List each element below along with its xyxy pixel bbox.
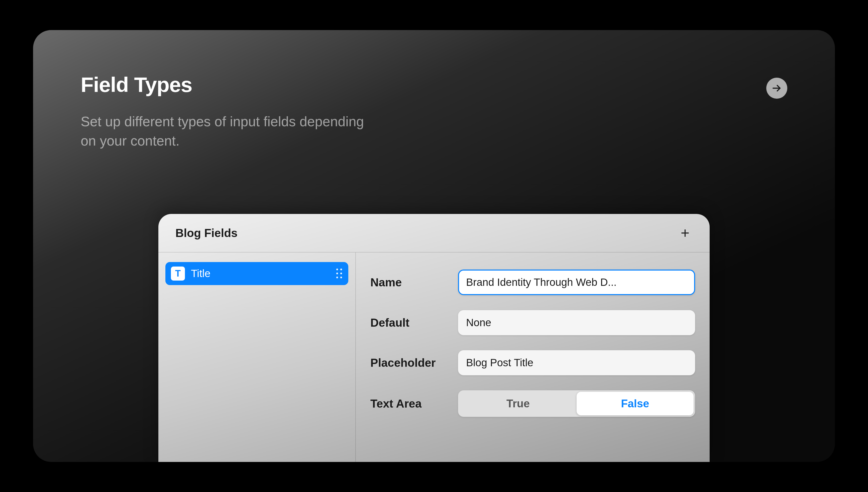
label-name: Name <box>370 275 448 289</box>
textarea-option-false[interactable]: False <box>577 392 694 415</box>
label-default: Default <box>370 316 448 329</box>
textarea-segmented-control: True False <box>458 390 695 417</box>
next-button[interactable] <box>766 78 787 99</box>
field-detail: Name Brand Identity Through Web D... Def… <box>356 252 709 462</box>
placeholder-input[interactable]: Blog Post Title <box>458 350 695 375</box>
row-default: Default None <box>370 310 695 335</box>
fields-sidebar: T Title <box>159 252 356 462</box>
row-name: Name Brand Identity Through Web D... <box>370 270 695 295</box>
label-placeholder: Placeholder <box>370 356 448 369</box>
sidebar-item-label: Title <box>191 268 211 279</box>
panel-body: T Title Name Brand Identity Through Web … <box>159 252 709 462</box>
panel-title: Blog Fields <box>175 226 238 240</box>
row-placeholder: Placeholder Blog Post Title <box>370 350 695 375</box>
row-textarea: Text Area True False <box>370 390 695 417</box>
fields-panel: Blog Fields + T Title <box>159 214 709 462</box>
feature-card: Field Types Set up different types of in… <box>33 30 835 462</box>
name-input[interactable]: Brand Identity Through Web D... <box>458 270 695 295</box>
add-field-button[interactable]: + <box>678 225 693 241</box>
text-field-icon-letter: T <box>175 268 181 279</box>
text-field-icon: T <box>171 267 185 280</box>
plus-icon: + <box>680 225 689 241</box>
card-subtitle: Set up different types of input fields d… <box>81 112 381 151</box>
sidebar-item-title[interactable]: T Title <box>165 262 348 285</box>
drag-handle-icon[interactable] <box>336 269 342 278</box>
card-title: Field Types <box>81 73 787 97</box>
panel-header: Blog Fields + <box>159 214 709 252</box>
arrow-right-icon <box>771 83 782 94</box>
textarea-option-true[interactable]: True <box>460 392 577 415</box>
default-input[interactable]: None <box>458 310 695 335</box>
label-textarea: Text Area <box>370 397 448 410</box>
